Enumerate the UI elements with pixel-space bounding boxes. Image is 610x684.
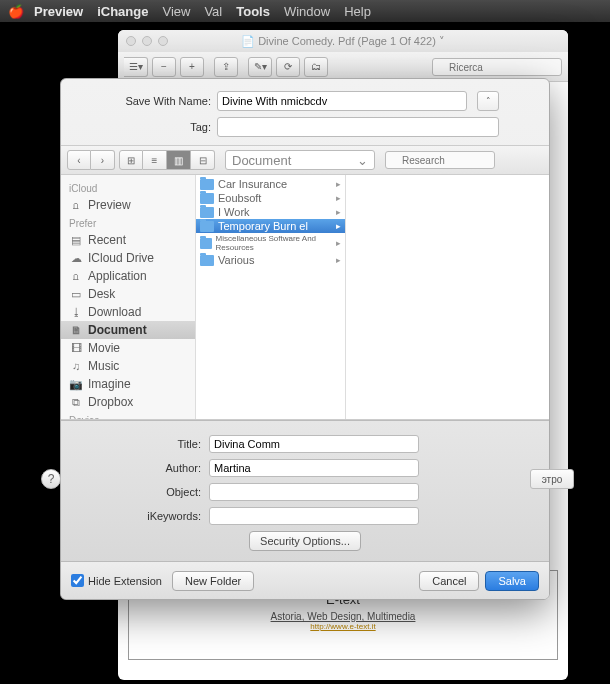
folder-icon bbox=[200, 193, 214, 204]
page-link[interactable]: Astoria, Web Design, Multimedia bbox=[137, 611, 549, 622]
chevron-updown-icon: ⌄ bbox=[357, 153, 368, 168]
folder-item[interactable]: Miscellaneous Software And Resources▸ bbox=[196, 233, 345, 253]
window-titlebar: 📄 Divine Comedy. Pdf (Page 1 Of 422) ˅ bbox=[118, 30, 568, 52]
movie-icon: 🎞 bbox=[69, 341, 83, 355]
chevron-right-icon: ▸ bbox=[336, 193, 341, 203]
download-icon: ⭳ bbox=[69, 305, 83, 319]
cancel-button[interactable]: Cancel bbox=[419, 571, 479, 591]
sidebar-item-music[interactable]: ♫Music bbox=[61, 357, 195, 375]
location-bar: ‹ › ⊞ ≡ ▥ ⊟ Document⌄ bbox=[61, 145, 549, 175]
metadata-section: Title: Author: Object: iKeywords: Securi… bbox=[61, 420, 549, 561]
sidebar-section: iCloud bbox=[61, 179, 195, 196]
meta-keywords-label: iKeywords: bbox=[91, 510, 201, 522]
finder-search-input[interactable] bbox=[385, 151, 495, 169]
hide-extension-input[interactable] bbox=[71, 574, 84, 587]
back-button[interactable]: ‹ bbox=[67, 150, 91, 170]
folder-icon bbox=[200, 255, 214, 266]
dropbox-icon: ⧉ bbox=[69, 395, 83, 409]
tag-label: Tag: bbox=[111, 121, 211, 133]
folder-item[interactable]: Car Insurance▸ bbox=[196, 177, 345, 191]
list-view-icon[interactable]: ≡ bbox=[143, 150, 167, 170]
save-dialog: Save With Name: ˄ Tag: ‹ › ⊞ ≡ ▥ ⊟ Docum… bbox=[60, 78, 550, 600]
sidebar-item-download[interactable]: ⭳Download bbox=[61, 303, 195, 321]
cloud-icon: ☁ bbox=[69, 251, 83, 265]
desk-icon: ▭ bbox=[69, 287, 83, 301]
dialog-bottom-bar: Hide Extension New Folder Cancel Salva bbox=[61, 561, 549, 599]
save-button[interactable]: Salva bbox=[485, 571, 539, 591]
menu-item[interactable]: Help bbox=[344, 4, 371, 19]
sidebar-item-dropbox[interactable]: ⧉Dropbox bbox=[61, 393, 195, 411]
location-popup[interactable]: Document⌄ bbox=[225, 150, 375, 170]
sidebar-item-recent[interactable]: ▤Recent bbox=[61, 231, 195, 249]
chevron-right-icon: ▸ bbox=[336, 238, 341, 248]
sidebar-item-icloud-drive[interactable]: ☁ICloud Drive bbox=[61, 249, 195, 267]
folder-item[interactable]: I Work▸ bbox=[196, 205, 345, 219]
save-name-input[interactable] bbox=[217, 91, 467, 111]
file-browser: iCloud ⩍Preview Prefer ▤Recent ☁ICloud D… bbox=[61, 175, 549, 420]
forward-button[interactable]: › bbox=[91, 150, 115, 170]
tag-input[interactable] bbox=[217, 117, 499, 137]
menu-app[interactable]: Preview bbox=[34, 4, 83, 19]
traffic-lights[interactable] bbox=[126, 36, 168, 46]
folder-item[interactable]: Eoubsoft▸ bbox=[196, 191, 345, 205]
save-name-label: Save With Name: bbox=[111, 95, 211, 107]
chevron-right-icon: ▸ bbox=[336, 255, 341, 265]
meta-author-label: Author: bbox=[91, 462, 201, 474]
menubar: 🍎 Preview iChange View Val Tools Window … bbox=[0, 0, 610, 22]
meta-author-input[interactable] bbox=[209, 459, 419, 477]
sidebar-section: Device bbox=[61, 411, 195, 419]
sidebar-item-movie[interactable]: 🎞Movie bbox=[61, 339, 195, 357]
window-title: 📄 Divine Comedy. Pdf (Page 1 Of 422) ˅ bbox=[241, 35, 445, 48]
folder-icon bbox=[200, 179, 214, 190]
apple-menu-icon[interactable]: 🍎 bbox=[8, 4, 24, 19]
help-button[interactable]: ? bbox=[41, 469, 61, 489]
edit-icon[interactable]: 🗂 bbox=[304, 57, 328, 77]
preview-icon: ⩍ bbox=[69, 198, 83, 212]
menu-item[interactable]: View bbox=[162, 4, 190, 19]
folder-icon bbox=[200, 238, 212, 249]
page-link[interactable]: http://www.e-text.it bbox=[137, 622, 549, 631]
meta-object-label: Object: bbox=[91, 486, 201, 498]
new-folder-button[interactable]: New Folder bbox=[172, 571, 254, 591]
file-column: Car Insurance▸ Eoubsoft▸ I Work▸ Tempora… bbox=[196, 175, 346, 419]
meta-title-label: Title: bbox=[91, 438, 201, 450]
sidebar-item-application[interactable]: ⩍Application bbox=[61, 267, 195, 285]
image-icon: 📷 bbox=[69, 377, 83, 391]
chevron-right-icon: ▸ bbox=[336, 221, 341, 231]
sidebar-toggle-icon[interactable]: ☰▾ bbox=[124, 57, 148, 77]
menu-item[interactable]: iChange bbox=[97, 4, 148, 19]
retro-button[interactable]: этро bbox=[530, 469, 574, 489]
rotate-icon[interactable]: ⟳ bbox=[276, 57, 300, 77]
zoom-out-icon[interactable]: − bbox=[152, 57, 176, 77]
icon-view-icon[interactable]: ⊞ bbox=[119, 150, 143, 170]
sidebar-item-document[interactable]: 🗎Document bbox=[61, 321, 195, 339]
hide-extension-checkbox[interactable]: Hide Extension bbox=[71, 574, 162, 587]
meta-keywords-input[interactable] bbox=[209, 507, 419, 525]
sidebar-item-desk[interactable]: ▭Desk bbox=[61, 285, 195, 303]
chevron-right-icon: ▸ bbox=[336, 179, 341, 189]
markup-icon[interactable]: ✎▾ bbox=[248, 57, 272, 77]
chevron-right-icon: ▸ bbox=[336, 207, 341, 217]
security-options-button[interactable]: Security Options... bbox=[249, 531, 361, 551]
search-input[interactable] bbox=[432, 58, 562, 76]
folder-item[interactable]: Temporary Burn el▸ bbox=[196, 219, 345, 233]
sidebar: iCloud ⩍Preview Prefer ▤Recent ☁ICloud D… bbox=[61, 175, 196, 419]
disclosure-button[interactable]: ˄ bbox=[477, 91, 499, 111]
meta-title-input[interactable] bbox=[209, 435, 419, 453]
column-view-icon[interactable]: ▥ bbox=[167, 150, 191, 170]
app-icon: ⩍ bbox=[69, 269, 83, 283]
share-icon[interactable]: ⇪ bbox=[214, 57, 238, 77]
zoom-in-icon[interactable]: + bbox=[180, 57, 204, 77]
menu-item[interactable]: Val bbox=[204, 4, 222, 19]
sidebar-item-preview[interactable]: ⩍Preview bbox=[61, 196, 195, 214]
folder-item[interactable]: Various▸ bbox=[196, 253, 345, 267]
sidebar-item-imagine[interactable]: 📷Imagine bbox=[61, 375, 195, 393]
toolbar-search[interactable] bbox=[432, 57, 562, 77]
recent-icon: ▤ bbox=[69, 233, 83, 247]
file-column-empty bbox=[346, 175, 549, 419]
meta-object-input[interactable] bbox=[209, 483, 419, 501]
menu-item[interactable]: Tools bbox=[236, 4, 270, 19]
folder-icon bbox=[200, 207, 214, 218]
menu-item[interactable]: Window bbox=[284, 4, 330, 19]
gallery-view-icon[interactable]: ⊟ bbox=[191, 150, 215, 170]
